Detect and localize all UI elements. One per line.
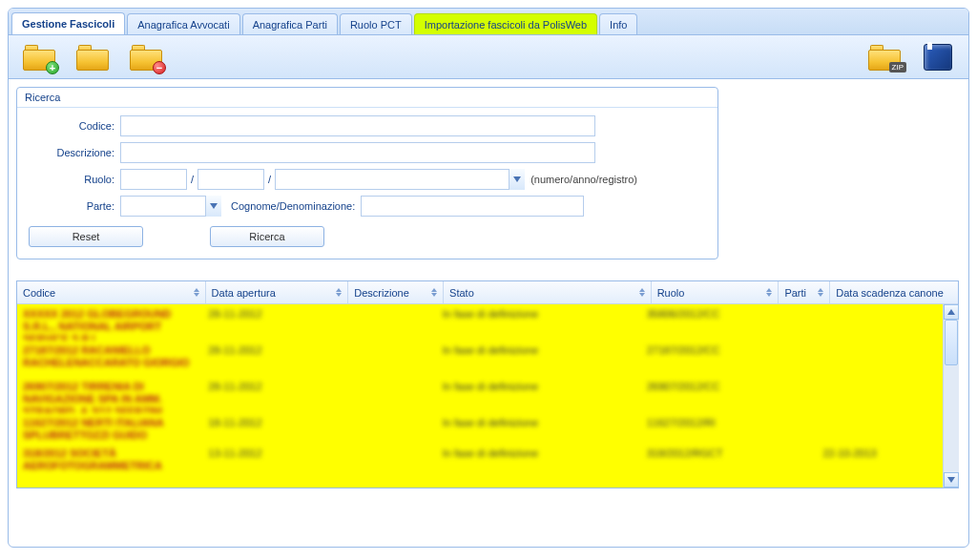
cognome-input[interactable] <box>361 196 584 217</box>
cell <box>817 413 943 444</box>
ruolo-anno-input[interactable] <box>197 169 264 190</box>
cell: 11627/2012/RI <box>641 413 767 444</box>
table-row[interactable]: 11627/2012 NERTI ITALIANA SPLUBRETTOZZI … <box>17 413 943 444</box>
delete-folder-button[interactable]: − <box>123 38 169 76</box>
folder-zip-icon: ZIP <box>868 44 901 71</box>
cell <box>343 304 437 341</box>
chevron-up-icon <box>947 309 955 315</box>
cell: In fase di definizione <box>437 413 641 444</box>
folder-minus-icon: − <box>130 44 162 71</box>
folder-icon <box>76 44 109 71</box>
ruolo-registro-combo[interactable] <box>275 169 525 190</box>
tab-strip: Gestione Fascicoli Anagrafica Avvocati A… <box>9 9 968 35</box>
col-descrizione[interactable]: Descrizione <box>348 281 444 303</box>
col-stato[interactable]: Stato <box>444 281 652 303</box>
help-button[interactable] <box>915 38 961 76</box>
tab-anagrafica-parti[interactable]: Anagrafica Parti <box>242 13 338 34</box>
cell <box>766 304 817 341</box>
cell: In fase di definizione <box>437 341 641 377</box>
cell: 11627/2012 NERTI ITALIANA SPLUBRETTOZZI … <box>17 413 202 444</box>
cell: In fase di definizione <box>437 377 641 413</box>
reset-button[interactable]: Reset <box>29 226 143 247</box>
tab-importazione-polisweb[interactable]: Importazione fascicoli da PolisWeb <box>414 13 597 34</box>
search-panel: Ricerca Codice: Descrizione: Ruolo: / <box>16 87 718 259</box>
col-codice[interactable]: Codice <box>17 281 206 303</box>
cell: In fase di definizione <box>437 444 641 474</box>
chevron-down-icon <box>210 203 218 209</box>
ruolo-numero-input[interactable] <box>120 169 187 190</box>
scroll-down-button[interactable] <box>944 472 959 487</box>
vertical-scrollbar[interactable] <box>943 304 958 487</box>
cell: 26907/2012 TIRRENIA DI NAVIGAZIONE SPA I… <box>17 377 202 413</box>
tab-info[interactable]: Info <box>599 13 637 34</box>
cell <box>817 341 943 377</box>
cell: 28-11-2012 <box>202 377 343 413</box>
col-parti[interactable]: Parti <box>779 281 830 303</box>
cell <box>817 304 943 341</box>
col-data-apertura[interactable]: Data apertura <box>206 281 349 303</box>
sort-icon <box>336 288 342 297</box>
scroll-track[interactable] <box>944 320 959 472</box>
cell <box>817 377 943 413</box>
ruolo-registro-dropdown-button[interactable] <box>509 169 525 190</box>
scroll-thumb[interactable] <box>945 320 958 365</box>
cell: 318/2012 SOCIETÀ AEROFOTOGRAMMETRICA NAZ… <box>17 444 202 474</box>
cell <box>766 377 817 413</box>
table-row[interactable]: 27187/2012 RACANIELLO RACHELENACCARATO G… <box>17 341 943 377</box>
export-zip-button[interactable]: ZIP <box>862 38 907 76</box>
cell: 22-10-2013 <box>817 444 943 474</box>
cell: 26907/2012/CC <box>641 377 767 413</box>
parte-label: Parte: <box>25 200 120 212</box>
sort-icon <box>194 288 199 297</box>
cell: 35806/2012/CC <box>641 304 767 341</box>
book-icon <box>924 44 952 71</box>
tab-gestione-fascicoli[interactable]: Gestione Fascicoli <box>11 12 125 34</box>
chevron-down-icon <box>947 477 955 483</box>
table-row[interactable]: 318/2012 SOCIETÀ AEROFOTOGRAMMETRICA NAZ… <box>17 444 943 474</box>
cell: 27187/2012 RACANIELLO RACHELENACCARATO G… <box>17 341 202 377</box>
cell: 13-11-2012 <box>202 444 343 474</box>
cell <box>343 377 437 413</box>
cell <box>343 341 437 377</box>
cognome-label: Cognome/Denominazione: <box>231 200 355 212</box>
cell: In fase di definizione <box>437 304 641 341</box>
parte-dropdown-button[interactable] <box>205 196 221 217</box>
folder-plus-icon: + <box>23 44 55 71</box>
new-folder-button[interactable]: + <box>16 38 62 76</box>
cell <box>343 413 437 444</box>
cell: 28-11-2012 <box>202 341 343 377</box>
sort-icon <box>766 288 772 297</box>
sort-icon <box>431 288 437 297</box>
cell <box>343 444 437 474</box>
scroll-up-button[interactable] <box>944 304 959 320</box>
tab-ruolo-pct[interactable]: Ruolo PCT <box>340 13 412 34</box>
table-row[interactable]: XXXXX 2012 GLOBEGROUND S.R.L., NATIONAL … <box>17 304 943 341</box>
cell: 28-11-2012 <box>202 304 343 341</box>
codice-label: Codice: <box>25 120 120 132</box>
cell: XXXXX 2012 GLOBEGROUND S.R.L., NATIONAL … <box>17 304 202 341</box>
codice-input[interactable] <box>120 115 595 136</box>
col-scadenza[interactable]: Data scadenza canone <box>830 281 958 303</box>
sort-icon <box>818 288 823 297</box>
ruolo-label: Ruolo: <box>25 174 120 185</box>
search-panel-title: Ricerca <box>17 88 717 107</box>
cell: 27187/2012/CC <box>641 341 767 377</box>
cell <box>766 413 817 444</box>
table-row[interactable]: 26907/2012 TIRRENIA DI NAVIGAZIONE SPA I… <box>17 377 943 413</box>
cell <box>766 444 817 474</box>
ruolo-hint: (numero/anno/registro) <box>530 174 637 185</box>
toolbar: + − ZIP <box>9 35 968 79</box>
cell <box>766 341 817 377</box>
results-grid: Codice Data apertura Descrizione Stato <box>16 280 959 488</box>
chevron-down-icon <box>513 176 521 182</box>
descrizione-label: Descrizione: <box>25 147 120 158</box>
cell: 318/2012/RGCT <box>641 444 767 474</box>
descrizione-input[interactable] <box>120 142 595 163</box>
sort-icon <box>639 288 645 297</box>
open-folder-button[interactable] <box>70 38 115 76</box>
grid-header: Codice Data apertura Descrizione Stato <box>17 281 958 304</box>
col-ruolo[interactable]: Ruolo <box>652 281 780 303</box>
tab-anagrafica-avvocati[interactable]: Anagrafica Avvocati <box>127 13 239 34</box>
cell: 18-11-2012 <box>202 413 343 444</box>
ricerca-button[interactable]: Ricerca <box>210 226 324 247</box>
